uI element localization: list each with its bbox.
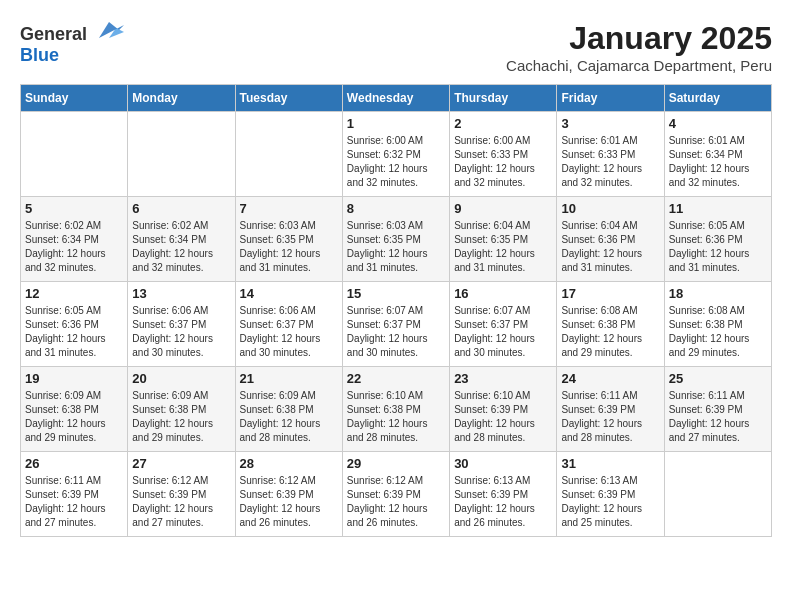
day-info: Sunrise: 6:11 AM Sunset: 6:39 PM Dayligh… [669, 389, 767, 445]
day-number: 4 [669, 116, 767, 131]
calendar-cell [664, 452, 771, 537]
calendar-cell [235, 112, 342, 197]
day-number: 20 [132, 371, 230, 386]
day-number: 24 [561, 371, 659, 386]
day-info: Sunrise: 6:08 AM Sunset: 6:38 PM Dayligh… [669, 304, 767, 360]
day-info: Sunrise: 6:00 AM Sunset: 6:32 PM Dayligh… [347, 134, 445, 190]
day-info: Sunrise: 6:13 AM Sunset: 6:39 PM Dayligh… [454, 474, 552, 530]
day-number: 3 [561, 116, 659, 131]
day-info: Sunrise: 6:11 AM Sunset: 6:39 PM Dayligh… [25, 474, 123, 530]
logo-text: General [20, 20, 124, 45]
column-header-tuesday: Tuesday [235, 85, 342, 112]
day-number: 10 [561, 201, 659, 216]
day-info: Sunrise: 6:06 AM Sunset: 6:37 PM Dayligh… [240, 304, 338, 360]
day-info: Sunrise: 6:01 AM Sunset: 6:33 PM Dayligh… [561, 134, 659, 190]
day-info: Sunrise: 6:09 AM Sunset: 6:38 PM Dayligh… [25, 389, 123, 445]
calendar-cell: 26Sunrise: 6:11 AM Sunset: 6:39 PM Dayli… [21, 452, 128, 537]
calendar-cell: 13Sunrise: 6:06 AM Sunset: 6:37 PM Dayli… [128, 282, 235, 367]
column-header-friday: Friday [557, 85, 664, 112]
day-info: Sunrise: 6:08 AM Sunset: 6:38 PM Dayligh… [561, 304, 659, 360]
day-number: 29 [347, 456, 445, 471]
day-info: Sunrise: 6:01 AM Sunset: 6:34 PM Dayligh… [669, 134, 767, 190]
logo-blue-text: Blue [20, 45, 59, 65]
calendar-header-row: SundayMondayTuesdayWednesdayThursdayFrid… [21, 85, 772, 112]
day-number: 18 [669, 286, 767, 301]
month-title: January 2025 [506, 20, 772, 57]
day-number: 8 [347, 201, 445, 216]
day-number: 31 [561, 456, 659, 471]
calendar-cell: 4Sunrise: 6:01 AM Sunset: 6:34 PM Daylig… [664, 112, 771, 197]
calendar-cell: 21Sunrise: 6:09 AM Sunset: 6:38 PM Dayli… [235, 367, 342, 452]
day-info: Sunrise: 6:09 AM Sunset: 6:38 PM Dayligh… [240, 389, 338, 445]
day-number: 6 [132, 201, 230, 216]
title-section: January 2025 Cachachi, Cajamarca Departm… [506, 20, 772, 74]
week-row-3: 12Sunrise: 6:05 AM Sunset: 6:36 PM Dayli… [21, 282, 772, 367]
day-info: Sunrise: 6:05 AM Sunset: 6:36 PM Dayligh… [669, 219, 767, 275]
logo-general: General [20, 24, 87, 44]
day-info: Sunrise: 6:12 AM Sunset: 6:39 PM Dayligh… [347, 474, 445, 530]
calendar-cell: 19Sunrise: 6:09 AM Sunset: 6:38 PM Dayli… [21, 367, 128, 452]
day-info: Sunrise: 6:00 AM Sunset: 6:33 PM Dayligh… [454, 134, 552, 190]
day-info: Sunrise: 6:09 AM Sunset: 6:38 PM Dayligh… [132, 389, 230, 445]
page-header: General Blue January 2025 Cachachi, Caja… [20, 20, 772, 74]
calendar-cell: 30Sunrise: 6:13 AM Sunset: 6:39 PM Dayli… [450, 452, 557, 537]
day-info: Sunrise: 6:07 AM Sunset: 6:37 PM Dayligh… [454, 304, 552, 360]
calendar-cell: 27Sunrise: 6:12 AM Sunset: 6:39 PM Dayli… [128, 452, 235, 537]
column-header-sunday: Sunday [21, 85, 128, 112]
day-info: Sunrise: 6:07 AM Sunset: 6:37 PM Dayligh… [347, 304, 445, 360]
calendar-cell: 11Sunrise: 6:05 AM Sunset: 6:36 PM Dayli… [664, 197, 771, 282]
day-number: 1 [347, 116, 445, 131]
week-row-2: 5Sunrise: 6:02 AM Sunset: 6:34 PM Daylig… [21, 197, 772, 282]
calendar-cell: 22Sunrise: 6:10 AM Sunset: 6:38 PM Dayli… [342, 367, 449, 452]
day-number: 7 [240, 201, 338, 216]
week-row-1: 1Sunrise: 6:00 AM Sunset: 6:32 PM Daylig… [21, 112, 772, 197]
column-header-thursday: Thursday [450, 85, 557, 112]
week-row-4: 19Sunrise: 6:09 AM Sunset: 6:38 PM Dayli… [21, 367, 772, 452]
column-header-monday: Monday [128, 85, 235, 112]
day-info: Sunrise: 6:03 AM Sunset: 6:35 PM Dayligh… [240, 219, 338, 275]
day-number: 22 [347, 371, 445, 386]
column-header-saturday: Saturday [664, 85, 771, 112]
calendar-cell: 17Sunrise: 6:08 AM Sunset: 6:38 PM Dayli… [557, 282, 664, 367]
logo: General Blue [20, 20, 124, 66]
day-number: 16 [454, 286, 552, 301]
day-info: Sunrise: 6:02 AM Sunset: 6:34 PM Dayligh… [132, 219, 230, 275]
day-info: Sunrise: 6:10 AM Sunset: 6:38 PM Dayligh… [347, 389, 445, 445]
day-info: Sunrise: 6:05 AM Sunset: 6:36 PM Dayligh… [25, 304, 123, 360]
day-number: 15 [347, 286, 445, 301]
calendar-cell: 7Sunrise: 6:03 AM Sunset: 6:35 PM Daylig… [235, 197, 342, 282]
day-number: 23 [454, 371, 552, 386]
day-info: Sunrise: 6:12 AM Sunset: 6:39 PM Dayligh… [132, 474, 230, 530]
day-info: Sunrise: 6:11 AM Sunset: 6:39 PM Dayligh… [561, 389, 659, 445]
calendar-cell: 28Sunrise: 6:12 AM Sunset: 6:39 PM Dayli… [235, 452, 342, 537]
calendar-cell: 23Sunrise: 6:10 AM Sunset: 6:39 PM Dayli… [450, 367, 557, 452]
calendar-cell: 6Sunrise: 6:02 AM Sunset: 6:34 PM Daylig… [128, 197, 235, 282]
calendar-cell: 5Sunrise: 6:02 AM Sunset: 6:34 PM Daylig… [21, 197, 128, 282]
calendar-cell: 15Sunrise: 6:07 AM Sunset: 6:37 PM Dayli… [342, 282, 449, 367]
calendar-cell: 9Sunrise: 6:04 AM Sunset: 6:35 PM Daylig… [450, 197, 557, 282]
calendar-cell: 18Sunrise: 6:08 AM Sunset: 6:38 PM Dayli… [664, 282, 771, 367]
calendar-cell: 25Sunrise: 6:11 AM Sunset: 6:39 PM Dayli… [664, 367, 771, 452]
week-row-5: 26Sunrise: 6:11 AM Sunset: 6:39 PM Dayli… [21, 452, 772, 537]
calendar-cell: 10Sunrise: 6:04 AM Sunset: 6:36 PM Dayli… [557, 197, 664, 282]
day-number: 25 [669, 371, 767, 386]
logo-icon [94, 20, 124, 40]
day-info: Sunrise: 6:02 AM Sunset: 6:34 PM Dayligh… [25, 219, 123, 275]
calendar-cell: 29Sunrise: 6:12 AM Sunset: 6:39 PM Dayli… [342, 452, 449, 537]
day-number: 14 [240, 286, 338, 301]
day-number: 13 [132, 286, 230, 301]
calendar-cell [128, 112, 235, 197]
day-number: 12 [25, 286, 123, 301]
day-number: 19 [25, 371, 123, 386]
day-number: 5 [25, 201, 123, 216]
day-number: 11 [669, 201, 767, 216]
calendar-cell: 24Sunrise: 6:11 AM Sunset: 6:39 PM Dayli… [557, 367, 664, 452]
calendar-cell: 1Sunrise: 6:00 AM Sunset: 6:32 PM Daylig… [342, 112, 449, 197]
calendar-cell: 31Sunrise: 6:13 AM Sunset: 6:39 PM Dayli… [557, 452, 664, 537]
calendar-cell: 2Sunrise: 6:00 AM Sunset: 6:33 PM Daylig… [450, 112, 557, 197]
day-number: 28 [240, 456, 338, 471]
calendar-cell: 20Sunrise: 6:09 AM Sunset: 6:38 PM Dayli… [128, 367, 235, 452]
day-number: 17 [561, 286, 659, 301]
day-info: Sunrise: 6:03 AM Sunset: 6:35 PM Dayligh… [347, 219, 445, 275]
calendar-cell: 12Sunrise: 6:05 AM Sunset: 6:36 PM Dayli… [21, 282, 128, 367]
